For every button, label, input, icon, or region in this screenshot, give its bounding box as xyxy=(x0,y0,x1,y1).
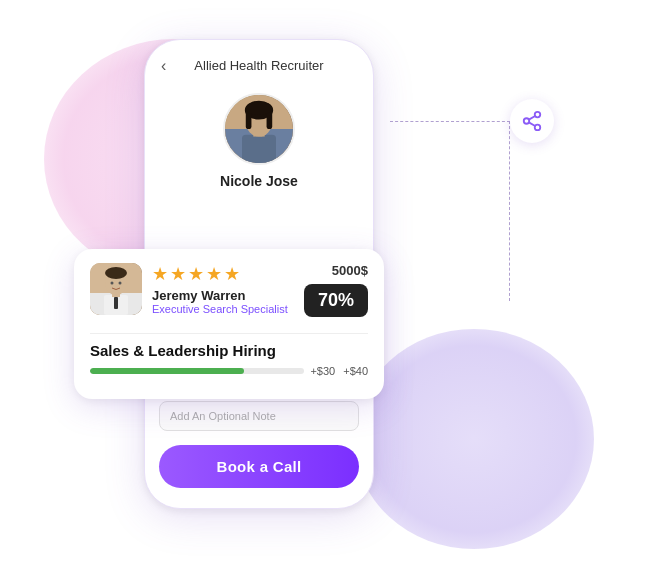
job-title: Sales & Leadership Hiring xyxy=(90,342,368,359)
svg-point-20 xyxy=(105,267,127,279)
star-3: ★ xyxy=(188,263,204,285)
avatar xyxy=(223,93,295,165)
recruiter-name: Jeremy Warren xyxy=(152,288,294,303)
svg-point-10 xyxy=(524,118,530,124)
star-2: ★ xyxy=(170,263,186,285)
svg-point-9 xyxy=(535,112,541,118)
phone-title: Allied Health Recruiter xyxy=(194,58,323,73)
scene: ‹ Allied Health Recruiter xyxy=(64,19,584,559)
star-rating: ★ ★ ★ ★ ★ xyxy=(152,263,294,285)
back-button[interactable]: ‹ xyxy=(161,57,166,75)
card-info: ★ ★ ★ ★ ★ Jeremy Warren Executive Search… xyxy=(152,263,294,315)
svg-rect-2 xyxy=(242,135,276,163)
svg-point-8 xyxy=(246,102,272,115)
card-tags: +$30 +$40 xyxy=(310,365,368,377)
recruiter-avatar xyxy=(90,263,142,315)
note-input[interactable]: Add An Optional Note xyxy=(159,401,359,431)
connector-h xyxy=(390,121,510,122)
tag-1: +$30 xyxy=(310,365,335,377)
star-4: ★ xyxy=(206,263,222,285)
svg-point-22 xyxy=(119,282,122,285)
svg-point-21 xyxy=(111,282,114,285)
card-price: 5000$ xyxy=(332,263,368,278)
card-top: ★ ★ ★ ★ ★ Jeremy Warren Executive Search… xyxy=(90,263,368,325)
phone-top-bar: ‹ Allied Health Recruiter xyxy=(145,40,373,81)
recruiter-role: Executive Search Specialist xyxy=(152,303,294,315)
progress-bar-fill xyxy=(90,368,244,374)
book-call-button[interactable]: Book a Call xyxy=(159,445,359,488)
bg-blob-purple xyxy=(354,329,594,549)
card-divider xyxy=(90,333,368,334)
tag-2: +$40 xyxy=(343,365,368,377)
person-name: Nicole Jose xyxy=(220,173,298,189)
progress-row: +$30 +$40 xyxy=(90,365,368,377)
svg-point-11 xyxy=(535,125,541,131)
progress-bar-bg xyxy=(90,368,304,374)
star-1: ★ xyxy=(152,263,168,285)
recruiter-card: ★ ★ ★ ★ ★ Jeremy Warren Executive Search… xyxy=(74,249,384,399)
percent-badge: 70% xyxy=(304,284,368,317)
share-button[interactable] xyxy=(510,99,554,143)
connector-v xyxy=(509,121,510,301)
svg-line-12 xyxy=(529,122,535,126)
svg-line-13 xyxy=(529,116,535,120)
svg-rect-17 xyxy=(114,297,118,309)
share-icon xyxy=(521,110,543,132)
profile-section: Nicole Jose xyxy=(145,81,373,199)
star-5: ★ xyxy=(224,263,240,285)
